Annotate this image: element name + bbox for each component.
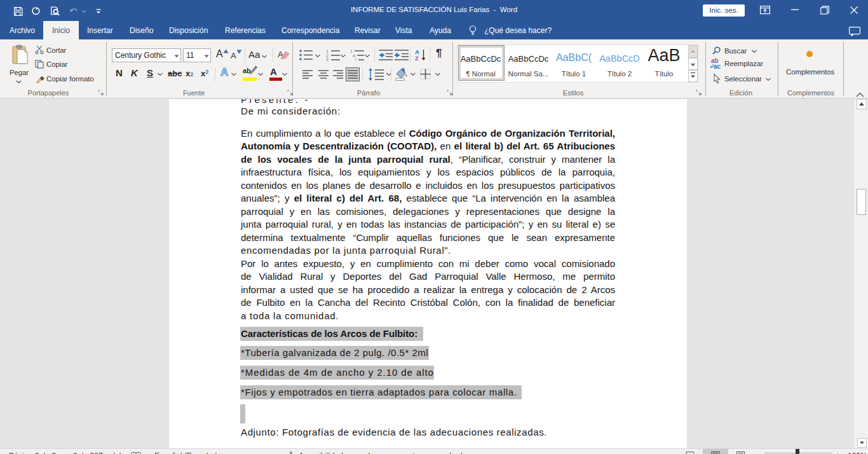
svg-text:3: 3: [326, 57, 329, 61]
svg-text:i: i: [355, 57, 356, 61]
svg-text:Z: Z: [415, 55, 419, 61]
svg-text:1: 1: [326, 49, 329, 53]
svg-text:A: A: [415, 48, 419, 55]
